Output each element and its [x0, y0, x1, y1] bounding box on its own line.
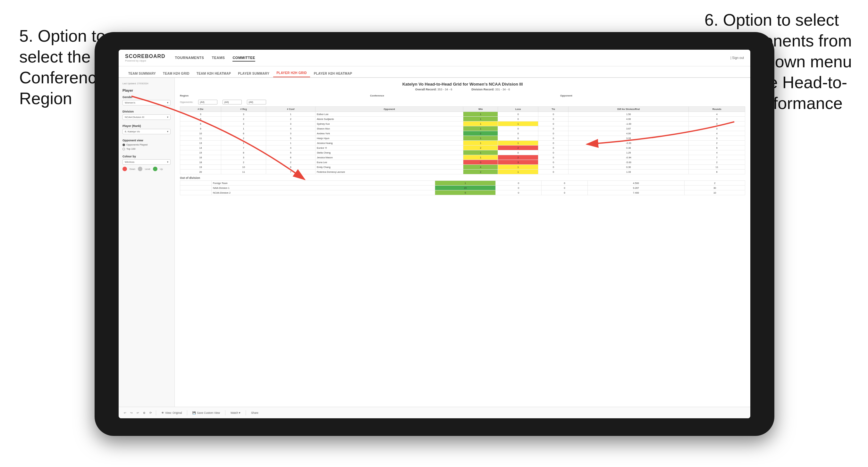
- nav-committee[interactable]: COMMITTEE: [232, 55, 255, 62]
- cell-tie: 0: [538, 165, 568, 169]
- cell-opp-name: NAIA Division 1: [211, 186, 435, 190]
- cell-conf: 6: [266, 165, 315, 169]
- cell-loss: 0: [498, 112, 538, 117]
- cell-conf: 7: [266, 169, 315, 174]
- cell-loss: 0: [498, 131, 538, 136]
- nav-right: | Sign out: [731, 56, 744, 60]
- cell-win: 5: [435, 190, 496, 195]
- undo-icon[interactable]: ↩: [124, 411, 126, 414]
- subnav-player-summary[interactable]: PLAYER SUMMARY: [235, 70, 273, 77]
- cell-rounds: 9: [689, 146, 745, 150]
- radio-label-top100: Top 100: [126, 148, 135, 150]
- cell-rounds: 3: [689, 126, 745, 131]
- colour-label-level: Level: [145, 168, 150, 170]
- cell-win: 1: [463, 141, 498, 146]
- col-div: # Div: [180, 107, 221, 112]
- cell-rounds: 10: [685, 190, 745, 195]
- cell-diff: 1.50: [568, 112, 689, 117]
- col-win: Win: [463, 107, 498, 112]
- col-reg: # Reg: [221, 107, 266, 112]
- col-diff: Diff Av Strokes/Rnd: [568, 107, 689, 112]
- share-btn[interactable]: Share: [250, 411, 260, 415]
- cell-tie: 0: [538, 122, 568, 126]
- cell-rounds: 11: [689, 165, 745, 169]
- sidebar-gender-select[interactable]: Women's ▾: [123, 100, 170, 105]
- cell-reg: 3: [221, 112, 266, 117]
- cell-opponent: Eunice Yi: [315, 146, 463, 150]
- table-row: 10 6 3 Andrea York 2 0 0 4.00 4: [180, 131, 745, 136]
- col-rounds: Rounds: [689, 107, 745, 112]
- cell-win: 2: [463, 169, 498, 174]
- cell-div: 9: [180, 126, 221, 131]
- conference-select[interactable]: (All): [222, 100, 242, 104]
- cell-reg: 2: [221, 136, 266, 141]
- region-select[interactable]: (All): [198, 100, 217, 104]
- undo2-icon[interactable]: ↩: [136, 411, 139, 414]
- sidebar-colour-by-select[interactable]: Win/loss ▾: [123, 159, 170, 165]
- cell-opponent: Stella Cheng: [315, 150, 463, 155]
- cell-diff: 0.38: [568, 146, 689, 150]
- save-custom-label: Save Custom View: [197, 411, 220, 414]
- table-row: 11 2 5 Heejo Hyun 1 0 0 3.33 3: [180, 136, 745, 141]
- cell-opponent: Federica Domecq Lacroze: [315, 169, 463, 174]
- cell-div: 16: [180, 155, 221, 160]
- cell-div: 20: [180, 169, 221, 174]
- cell-tie: 0: [538, 131, 568, 136]
- cell-reg: 2: [221, 160, 266, 165]
- radio-top100[interactable]: Top 100: [123, 148, 170, 150]
- grid-content: Katelyn Vo Head-to-Head Grid for Women's…: [175, 78, 750, 407]
- cell-diff: 1.25: [568, 150, 689, 155]
- col-tie: Tie: [538, 107, 568, 112]
- sign-out-link[interactable]: | Sign out: [731, 56, 744, 60]
- division-record-value: 331 - 34 - 6: [495, 88, 510, 91]
- colour-label-down: Down: [129, 168, 135, 170]
- cell-loss: 3: [498, 160, 538, 165]
- opponent-select[interactable]: (All): [247, 100, 266, 104]
- save-custom-view-btn[interactable]: 💾 Save Custom View: [191, 411, 221, 415]
- nav-teams[interactable]: TEAMS: [212, 55, 225, 62]
- cell-div: 6: [180, 122, 221, 126]
- subnav-player-h2h-grid[interactable]: PLAYER H2H GRID: [273, 69, 310, 77]
- cell-rounds: 30: [685, 186, 745, 190]
- watch-label: Watch ▾: [230, 411, 241, 414]
- chevron-down-icon-3: ▾: [167, 130, 168, 133]
- sidebar-player-rank-section: Player (Rank) 8. Katelyn Vo ▾: [123, 124, 170, 134]
- division-record: Division Record: 331 - 34 - 6: [471, 88, 510, 91]
- sidebar: Last Updated: 27/03/2024 Player Gender W…: [119, 78, 175, 407]
- cell-diff: 4.00: [568, 131, 689, 136]
- cell-reg: 11: [221, 169, 266, 174]
- cell-empty: [180, 181, 212, 186]
- radio-opponents-played[interactable]: Opponents Played: [123, 143, 170, 146]
- cell-opponent: Euna Lee: [315, 160, 463, 165]
- opponent-view-radio-group: Opponents Played Top 100: [123, 143, 170, 150]
- view-original-label: View: Original: [165, 411, 182, 414]
- subnav-team-h2h-heatmap[interactable]: TEAM H2H HEATMAP: [193, 70, 234, 77]
- cell-diff: -3.00: [568, 141, 689, 146]
- cell-reg: 1: [221, 126, 266, 131]
- nav-tournaments[interactable]: TOURNAMENTS: [175, 55, 204, 62]
- sidebar-division-select[interactable]: NCAA Division III ▾: [123, 115, 170, 120]
- cell-win: 1: [463, 122, 498, 126]
- view-original-btn[interactable]: 👁 View: Original: [160, 411, 183, 415]
- player-rank-value: 8. Katelyn Vo: [125, 130, 140, 133]
- cell-diff: -0.94: [568, 155, 689, 160]
- cell-loss: 2: [498, 146, 538, 150]
- sidebar-player-rank-select[interactable]: 8. Katelyn Vo ▾: [123, 129, 170, 134]
- filter-group-region: Region: [180, 94, 365, 97]
- subnav-player-h2h-heatmap[interactable]: PLAYER H2H HEATMAP: [311, 70, 355, 77]
- subnav-team-summary[interactable]: TEAM SUMMARY: [125, 70, 159, 77]
- cell-win: 15: [435, 186, 496, 190]
- redo-icon[interactable]: ↪: [130, 411, 133, 414]
- cell-diff: -1.00: [568, 122, 689, 126]
- subnav-team-h2h-grid[interactable]: TEAM H2H GRID: [160, 70, 193, 77]
- cell-diff: 7.400: [587, 190, 684, 195]
- watch-btn[interactable]: Watch ▾: [229, 411, 242, 415]
- refresh-icon[interactable]: ⟳: [149, 411, 152, 414]
- overall-record: Overall Record: 353 - 34 - 6: [415, 88, 453, 91]
- copy-icon[interactable]: ⊕: [143, 411, 146, 414]
- cell-loss: 0: [498, 126, 538, 131]
- colour-by-value: Win/loss: [125, 161, 134, 163]
- top-nav: SCOREBOARD Powered by clippd TOURNAMENTS…: [119, 50, 750, 66]
- table-row: 13 1 1 Jessica Huang 1 1 0 -3.00 2: [180, 141, 745, 146]
- chevron-down-icon: ▾: [167, 101, 168, 104]
